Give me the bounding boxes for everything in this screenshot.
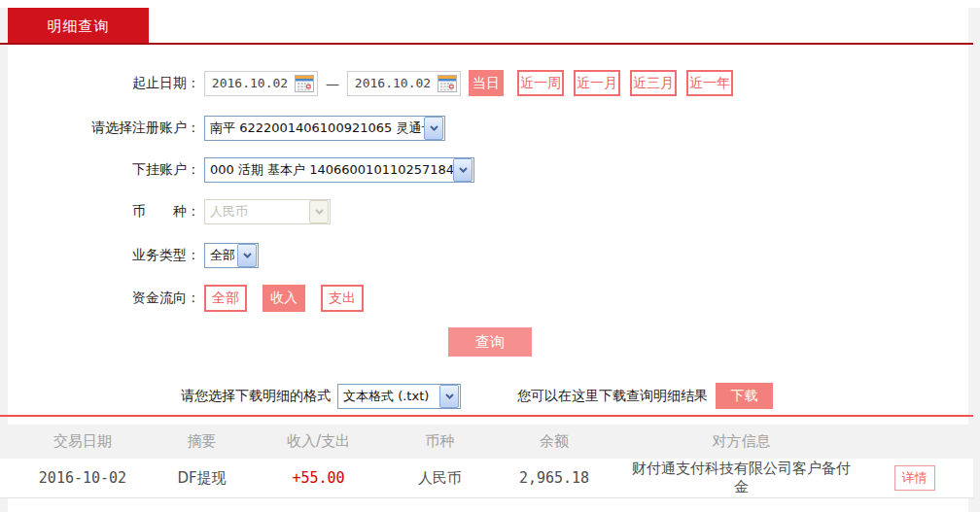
end-date-input[interactable]: 2016.10.02 xyxy=(347,71,461,96)
download-format-label: 请您选择下载明细的格式 xyxy=(181,388,331,405)
register-account-value: 南平 6222001406100921065 灵通卡 xyxy=(205,119,424,137)
cell-trade-date: 2016-10-02 xyxy=(0,469,165,487)
header-income-expense: 收入/支出 xyxy=(238,432,399,451)
quick-range-today-button[interactable]: 当日 xyxy=(469,70,504,96)
tab-detail-query[interactable]: 明细查询 xyxy=(8,8,149,45)
date-range-row: 起止日期： 2016.10.02 xyxy=(8,70,968,96)
chevron-down-icon xyxy=(309,200,329,223)
calendar-icon[interactable] xyxy=(438,75,457,92)
business-type-select[interactable]: 全部 xyxy=(204,243,259,268)
table-top-divider xyxy=(0,415,973,417)
cell-amount: +55.00 xyxy=(238,469,399,487)
quick-range-year-button[interactable]: 近一年 xyxy=(686,70,733,96)
linked-account-label: 下挂账户： xyxy=(8,161,200,179)
cell-summary: DF提现 xyxy=(165,469,238,488)
calendar-icon[interactable] xyxy=(295,75,314,92)
register-account-row: 请选择注册账户： 南平 6222001406100921065 灵通卡 xyxy=(8,115,968,141)
business-type-label: 业务类型： xyxy=(8,247,200,264)
chevron-down-icon[interactable] xyxy=(453,158,472,182)
linked-account-select[interactable]: 000 活期 基本户 1406600101102571848 xyxy=(204,157,474,183)
detail-button[interactable]: 详情 xyxy=(894,465,935,491)
fund-flow-expense-button[interactable]: 支出 xyxy=(321,285,364,312)
query-button[interactable]: 查询 xyxy=(448,327,532,357)
table-header-row: 交易日期 摘要 收入/支出 币种 余额 对方信息 xyxy=(0,425,973,459)
register-account-select[interactable]: 南平 6222001406100921065 灵通卡 xyxy=(204,116,445,141)
currency-value: 人民币 xyxy=(205,203,309,221)
quick-range-week-button[interactable]: 近一周 xyxy=(517,70,564,96)
header-balance: 余额 xyxy=(481,432,627,451)
linked-account-value: 000 活期 基本户 1406600101102571848 xyxy=(205,161,453,179)
header-counterparty: 对方信息 xyxy=(627,432,856,451)
start-date-input[interactable]: 2016.10.02 xyxy=(204,71,318,96)
cell-counterparty: 财付通支付科技有限公司客户备付金 xyxy=(627,460,856,496)
register-account-label: 请选择注册账户： xyxy=(8,119,200,137)
business-type-row: 业务类型： 全部 xyxy=(8,242,968,268)
tab-underline xyxy=(0,43,973,45)
end-date-value[interactable]: 2016.10.02 xyxy=(348,76,438,90)
business-type-value: 全部 xyxy=(205,247,237,264)
header-summary: 摘要 xyxy=(165,432,238,451)
header-currency: 币种 xyxy=(399,432,481,451)
download-format-select[interactable]: 文本格式 (.txt) xyxy=(337,384,461,409)
table-row: 2016-10-02 DF提现 +55.00 人民币 2,965.18 财付通支… xyxy=(0,459,973,498)
download-button[interactable]: 下载 xyxy=(716,383,773,409)
download-hint: 您可以在这里下载查询明细结果 xyxy=(517,388,708,405)
chevron-down-icon[interactable] xyxy=(424,117,443,140)
cell-currency: 人民币 xyxy=(399,469,481,488)
quick-range-month-button[interactable]: 近一月 xyxy=(574,70,620,96)
fund-flow-income-button[interactable]: 收入 xyxy=(262,285,305,312)
currency-row: 币 种： 人民币 xyxy=(8,198,968,224)
cell-balance: 2,965.18 xyxy=(481,469,627,487)
detail-query-panel: 明细查询 起止日期： 2016.10.02 xyxy=(8,8,968,512)
date-range-label: 起止日期： xyxy=(8,75,200,92)
download-row: 请您选择下载明细的格式 文本格式 (.txt) 您可以在这里下载查询明细结果 下… xyxy=(8,383,968,409)
date-separator: — xyxy=(326,76,339,91)
detail-query-page: 明细查询 起止日期： 2016.10.02 xyxy=(0,0,980,512)
fund-flow-all-button[interactable]: 全部 xyxy=(204,285,247,312)
result-table: 交易日期 摘要 收入/支出 币种 余额 对方信息 2016-10-02 DF提现… xyxy=(0,415,973,498)
start-date-value[interactable]: 2016.10.02 xyxy=(205,76,295,90)
header-trade-date: 交易日期 xyxy=(0,432,165,451)
quick-range-quarter-button[interactable]: 近三月 xyxy=(630,70,677,96)
currency-label: 币 种： xyxy=(8,203,200,221)
chevron-down-icon[interactable] xyxy=(237,244,257,267)
currency-select: 人民币 xyxy=(204,199,331,224)
download-format-value: 文本格式 (.txt) xyxy=(338,388,439,405)
chevron-down-icon[interactable] xyxy=(439,385,459,408)
fund-flow-label: 资金流向： xyxy=(8,290,200,307)
linked-account-row: 下挂账户： 000 活期 基本户 1406600101102571848 xyxy=(8,156,968,183)
fund-flow-row: 资金流向： 全部 收入 支出 xyxy=(8,285,968,311)
